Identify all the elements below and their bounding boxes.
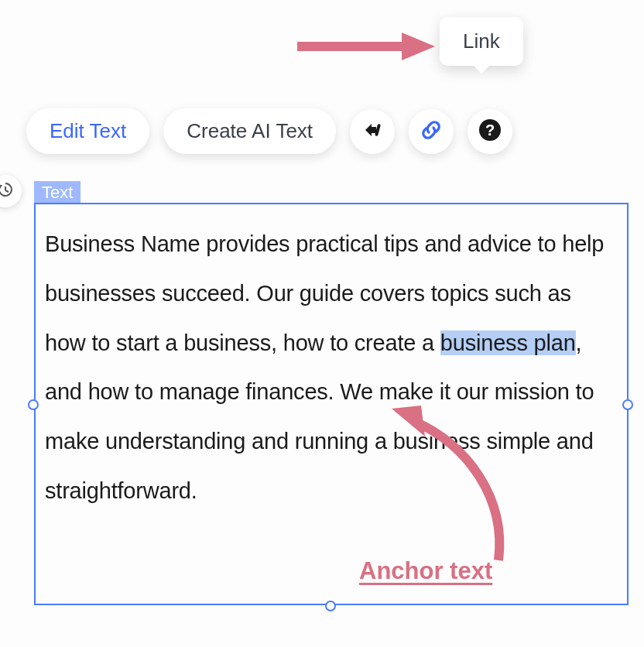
text-body-highlight: business plan: [440, 330, 576, 355]
history-button[interactable]: [0, 175, 22, 207]
edit-text-label: Edit Text: [50, 119, 126, 142]
resize-handle-right[interactable]: [622, 399, 633, 410]
text-toolbar: Edit Text Create AI Text ?: [26, 108, 512, 154]
text-body-after: , and how to manage finances. We make it…: [45, 330, 594, 503]
link-tooltip-label: Link: [463, 29, 500, 53]
animation-icon: [361, 118, 384, 144]
svg-marker-5: [0, 185, 2, 189]
link-tooltip: Link: [440, 17, 523, 66]
help-button[interactable]: ?: [468, 109, 512, 154]
animation-button[interactable]: [350, 109, 395, 154]
create-ai-text-button[interactable]: Create AI Text: [163, 108, 336, 154]
svg-line-7: [5, 190, 9, 192]
anchor-text-annotation: Anchor text: [359, 557, 492, 585]
link-button[interactable]: [409, 109, 454, 154]
help-icon: ?: [478, 118, 502, 145]
history-icon: [0, 180, 15, 202]
edit-text-button[interactable]: Edit Text: [26, 108, 149, 154]
element-type-label: Text: [34, 181, 80, 204]
resize-handle-left[interactable]: [28, 399, 39, 410]
create-ai-text-label: Create AI Text: [187, 119, 313, 142]
resize-handle-bottom[interactable]: [325, 601, 336, 611]
svg-marker-1: [402, 33, 435, 60]
text-element[interactable]: Business Name provides practical tips an…: [34, 203, 629, 605]
arrow-right-annotation: [297, 31, 437, 62]
svg-text:?: ?: [485, 122, 495, 139]
link-icon: [420, 118, 443, 144]
